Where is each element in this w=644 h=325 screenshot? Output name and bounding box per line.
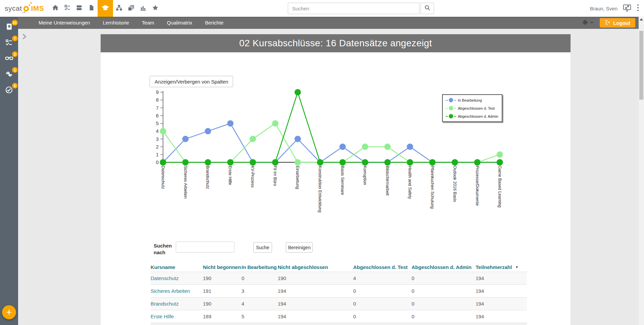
vertical-scrollbar[interactable] [639, 17, 644, 325]
scrollbar-thumb[interactable] [639, 31, 643, 100]
page-title-bar: 02 Kursabschlüsse: 16 Datensätze angezei… [101, 34, 571, 52]
legend-item: In Bearbeitung [446, 97, 499, 103]
svg-text:7: 7 [156, 105, 159, 111]
logout-label: Logout [613, 20, 630, 26]
svg-text:2: 2 [156, 144, 159, 150]
course-link[interactable]: Datenschutz [151, 275, 203, 281]
svg-text:Game Based Learning: Game Based Learning [497, 166, 502, 208]
svg-text:Outlook 2016 Basis: Outlook 2016 Basis [452, 166, 457, 202]
cell-value: 194 [476, 288, 527, 294]
cell-value: 0 [353, 301, 412, 307]
svg-text:0: 0 [156, 159, 159, 165]
module-process-cards-icon[interactable] [73, 0, 86, 17]
nav-item-team[interactable]: Team [136, 17, 161, 29]
cell-value: 194 [278, 314, 353, 319]
legend-label: In Bearbeitung [458, 98, 482, 102]
courses-table: KursnameNicht begonnenIn BearbeitungNich… [151, 263, 527, 325]
svg-text:3: 3 [156, 136, 159, 142]
screen-share-icon[interactable] [623, 3, 632, 14]
star-icon [152, 4, 159, 13]
kebab-menu-icon[interactable] [637, 4, 639, 13]
notification-badge: 21 [12, 20, 18, 25]
cell-value: 194 [476, 275, 527, 281]
table-search-button[interactable]: Suche [253, 242, 272, 253]
cell-value: 4 [241, 301, 278, 307]
user-area: Braun, Sven [590, 0, 639, 17]
table-row: Brandschutz190419400194 [151, 297, 527, 310]
column-header-abgeschlossen-d-test[interactable]: Abgeschlossen d. Test [353, 264, 412, 270]
nav-bar: Meine UnterweisungenLernhistorieTeamQual… [18, 17, 639, 29]
nav-item-berichte[interactable]: Berichte [199, 17, 230, 29]
page-title: 02 Kursabschlüsse: 16 Datensätze angezei… [239, 38, 432, 49]
global-search-input[interactable] [288, 3, 420, 14]
sidebar-item-report-document[interactable]: 21 [0, 19, 18, 35]
sidebar-item-approved-check[interactable]: 5 [0, 83, 18, 98]
module-tasks-icon[interactable] [61, 0, 73, 17]
logo-ring-icon [22, 2, 32, 15]
module-star-icon[interactable] [149, 0, 161, 17]
svg-text:Sicheres Arbeiten: Sicheres Arbeiten [183, 166, 188, 199]
settings-menu[interactable] [582, 19, 594, 27]
module-graduation-cap-icon[interactable] [98, 0, 113, 17]
svg-text:4: 4 [156, 128, 159, 134]
svg-text:5: 5 [156, 120, 159, 126]
orgchart-icon [115, 4, 123, 13]
column-header-nicht-begonnen[interactable]: Nicht begonnen [203, 264, 241, 270]
svg-text:6: 6 [156, 113, 159, 118]
column-header-kursname[interactable]: Kursname [151, 264, 203, 270]
sidebar-item-glasses[interactable]: 2 [0, 51, 18, 67]
sidebar-icons: 217215 [0, 17, 18, 98]
notification-badge: 5 [12, 83, 18, 89]
column-header-teilnehmerzahl[interactable]: Teilnehmerzahl▼ [476, 264, 527, 270]
nav-right: Logout [582, 18, 635, 28]
module-barchart-icon[interactable] [137, 0, 149, 17]
add-button[interactable]: + [2, 305, 16, 319]
table-row: Erste Hilfe189519400194 [151, 310, 527, 323]
module-home-icon[interactable] [49, 0, 61, 17]
svg-text:Pfannkuchen Schulung: Pfannkuchen Schulung [430, 166, 435, 209]
column-header-in-bearbeitung[interactable]: In Bearbeitung [241, 264, 278, 270]
svg-text:Einarbeitung: Einarbeitung [295, 166, 300, 189]
global-search [288, 3, 434, 14]
course-link[interactable]: Brandschutz [151, 301, 203, 307]
logo-text-ims: IMS [31, 4, 44, 12]
column-header-abgeschlossen-d-admin[interactable]: Abgeschlossen d. Admin [412, 264, 476, 270]
search-button[interactable] [421, 3, 434, 14]
nav-item-meine-unterweisungen[interactable]: Meine Unterweisungen [32, 17, 96, 29]
logout-button[interactable]: Logout [600, 18, 635, 28]
table-search-input[interactable] [176, 241, 234, 253]
graduation-cap-icon [101, 3, 110, 13]
legend-marker [449, 106, 453, 110]
sidebar-item-feedback-thumbs[interactable]: 1 [0, 67, 18, 83]
nav-item-lernhistorie[interactable]: Lernhistorie [96, 17, 135, 29]
column-header-nicht-abgeschlossen[interactable]: Nicht abgeschlossen [278, 264, 353, 270]
svg-text:Brandschutz: Brandschutz [205, 166, 210, 189]
checklist-icon [5, 39, 13, 48]
table-clear-button[interactable]: Bereinigen [286, 242, 313, 253]
sidebar-expander[interactable] [20, 33, 28, 42]
barchart-icon [140, 4, 147, 13]
course-link[interactable]: Sicheres Arbeiten [151, 288, 203, 294]
module-orgchart-icon[interactable] [113, 0, 125, 17]
nav-item-qualimatrix[interactable]: Qualimatrix [161, 17, 199, 29]
cell-value: 0 [412, 288, 476, 294]
tasks-icon [64, 4, 71, 13]
notification-badge: 2 [12, 51, 18, 57]
cell-value: 0 [412, 314, 476, 319]
sidebar-item-checklist[interactable]: 7 [0, 35, 18, 51]
table-row: Sicheres Arbeiten191319400194 [151, 284, 527, 297]
cell-value: 190 [278, 275, 353, 281]
scroll-up-arrow[interactable] [639, 17, 644, 22]
sort-desc-icon: ▼ [515, 265, 519, 269]
course-link[interactable]: Erste Hilfe [151, 314, 203, 319]
toggle-columns-button[interactable]: Anzeigen/Verbergen von Spalten [150, 76, 233, 87]
table-row-partial [151, 323, 527, 325]
notification-badge: 1 [12, 67, 18, 73]
module-document-icon[interactable] [86, 0, 98, 17]
cell-value: 194 [476, 314, 527, 319]
module-copy-pages-icon[interactable] [125, 0, 137, 17]
table-row: Datenschutz190019040194 [151, 272, 527, 284]
process-cards-icon [76, 4, 83, 13]
document-icon [88, 4, 95, 13]
svg-text:Korruption: Korruption [363, 166, 367, 185]
